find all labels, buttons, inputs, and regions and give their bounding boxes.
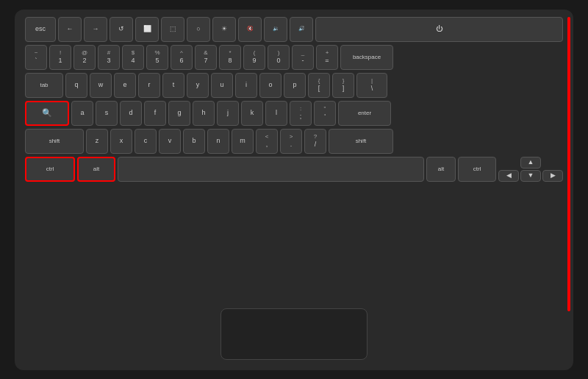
key-l[interactable]: l <box>265 101 287 126</box>
key-m[interactable]: m <box>232 129 254 154</box>
key-equals[interactable]: + = <box>316 45 338 70</box>
key-v[interactable]: v <box>159 129 181 154</box>
key-rbracket[interactable]: } ] <box>332 73 354 98</box>
key-a[interactable]: a <box>71 101 93 126</box>
key-arrow-left[interactable]: ◀ <box>498 170 519 182</box>
key-arrow-down[interactable]: ▼ <box>520 170 541 182</box>
key-s[interactable]: s <box>96 101 118 126</box>
key-0[interactable]: ) 0 <box>268 45 290 70</box>
key-vol-down[interactable]: 🔉 <box>264 17 287 42</box>
key-overview[interactable]: ⬚ <box>161 17 184 42</box>
key-period[interactable]: > . <box>280 129 302 154</box>
key-mute[interactable]: 🔇 <box>238 17 262 42</box>
touchpad[interactable] <box>220 308 368 360</box>
key-backtick[interactable]: ~ ` <box>25 45 47 70</box>
asdf-row: 🔍 a s d f g h j k l : ; " ' enter <box>25 101 563 126</box>
key-z[interactable]: z <box>86 129 108 154</box>
key-6[interactable]: ^ 6 <box>171 45 193 70</box>
key-u[interactable]: u <box>211 73 233 98</box>
bottom-row: ctrl alt alt ctrl ▲ ◀ ▼ ▶ <box>25 157 563 182</box>
zxcv-row: shift z x c v b n m < , > . ? / shift <box>25 129 563 154</box>
key-brightness-up[interactable]: ☀ <box>212 17 236 42</box>
key-space[interactable] <box>118 157 424 182</box>
key-fullscreen[interactable]: ⬜ <box>135 17 159 42</box>
key-3[interactable]: # 3 <box>98 45 120 70</box>
laptop-body: esc ← → ↺ ⬜ ⬚ ○ ☀ 🔇 🔉 🔊 ⏻ ~ ` ! 1 @ <box>15 10 573 370</box>
key-q[interactable]: q <box>65 73 87 98</box>
key-power[interactable]: ⏻ <box>315 17 563 42</box>
key-4[interactable]: $ 4 <box>122 45 144 70</box>
key-7[interactable]: & 7 <box>195 45 217 70</box>
key-h[interactable]: h <box>193 101 215 126</box>
arrow-lr-row: ◀ ▼ ▶ <box>498 170 563 182</box>
key-i[interactable]: i <box>235 73 257 98</box>
qwerty-row: tab q w e r t y u i o p { [ } ] | \ <box>25 73 563 98</box>
key-t[interactable]: t <box>162 73 184 98</box>
key-search[interactable]: 🔍 <box>25 101 69 126</box>
touchpad-area <box>25 308 563 360</box>
key-shift-right[interactable]: shift <box>329 129 393 154</box>
key-forward[interactable]: → <box>84 17 107 42</box>
key-slash[interactable]: ? / <box>304 129 326 154</box>
arrow-up-row: ▲ <box>498 157 563 169</box>
key-d[interactable]: d <box>120 101 142 126</box>
key-back[interactable]: ← <box>58 17 82 42</box>
keyboard-area: esc ← → ↺ ⬜ ⬚ ○ ☀ 🔇 🔉 🔊 ⏻ ~ ` ! 1 @ <box>25 17 563 304</box>
key-9[interactable]: ( 9 <box>243 45 265 70</box>
key-n[interactable]: n <box>207 129 229 154</box>
key-enter[interactable]: enter <box>338 101 391 126</box>
key-minus[interactable]: _ - <box>292 45 314 70</box>
key-b[interactable]: b <box>183 129 205 154</box>
key-k[interactable]: k <box>241 101 263 126</box>
key-r[interactable]: r <box>138 73 160 98</box>
key-backspace[interactable]: backspace <box>340 45 393 70</box>
key-g[interactable]: g <box>168 101 190 126</box>
key-o[interactable]: o <box>259 73 282 98</box>
key-semicolon[interactable]: : ; <box>290 101 312 126</box>
key-alt-right[interactable]: alt <box>426 157 456 182</box>
number-row: ~ ` ! 1 @ 2 # 3 $ 4 % 5 <box>25 45 563 70</box>
key-arrow-up[interactable]: ▲ <box>520 157 541 169</box>
key-arrow-right[interactable]: ▶ <box>542 170 563 182</box>
key-vol-up[interactable]: 🔊 <box>290 17 313 42</box>
arrow-cluster: ▲ ◀ ▼ ▶ <box>498 157 563 182</box>
key-8[interactable]: * 8 <box>219 45 241 70</box>
key-comma[interactable]: < , <box>256 129 278 154</box>
key-5[interactable]: % 5 <box>146 45 168 70</box>
key-lbracket[interactable]: { [ <box>308 73 330 98</box>
key-quote[interactable]: " ' <box>314 101 336 126</box>
key-ctrl-right[interactable]: ctrl <box>458 157 496 182</box>
key-1[interactable]: ! 1 <box>49 45 71 70</box>
key-2[interactable]: @ 2 <box>74 45 96 70</box>
key-w[interactable]: w <box>90 73 112 98</box>
key-f[interactable]: f <box>144 101 166 126</box>
key-p[interactable]: p <box>284 73 306 98</box>
key-refresh[interactable]: ↺ <box>110 17 133 42</box>
key-ctrl-left[interactable]: ctrl <box>25 157 75 182</box>
key-alt-left[interactable]: alt <box>77 157 115 182</box>
right-red-bar <box>567 17 570 311</box>
key-j[interactable]: j <box>217 101 239 126</box>
key-c[interactable]: c <box>135 129 157 154</box>
key-shift-left[interactable]: shift <box>25 129 84 154</box>
key-brightness-down[interactable]: ○ <box>187 17 210 42</box>
fn-row: esc ← → ↺ ⬜ ⬚ ○ ☀ 🔇 🔉 🔊 ⏻ <box>25 17 563 42</box>
key-esc[interactable]: esc <box>25 17 56 42</box>
key-tab[interactable]: tab <box>25 73 63 98</box>
key-x[interactable]: x <box>110 129 132 154</box>
key-backslash[interactable]: | \ <box>356 73 387 98</box>
key-y[interactable]: y <box>187 73 209 98</box>
key-e[interactable]: e <box>114 73 136 98</box>
